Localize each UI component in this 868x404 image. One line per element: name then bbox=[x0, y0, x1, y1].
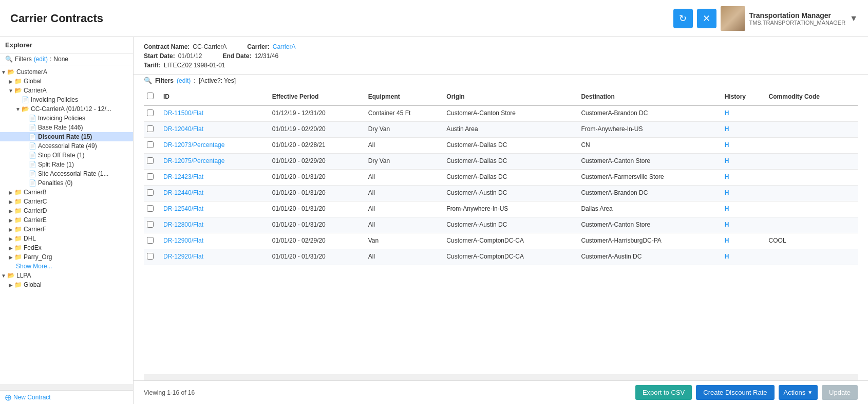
row-checkbox-7[interactable] bbox=[147, 221, 154, 228]
row-id-6[interactable]: DR-12540/Flat bbox=[160, 201, 269, 217]
row-checkbox-2[interactable] bbox=[147, 141, 154, 148]
history-link-7[interactable]: H bbox=[725, 221, 729, 228]
user-dropdown-arrow[interactable]: ▼ bbox=[850, 14, 858, 23]
carrier-value[interactable]: CarrierA bbox=[273, 43, 296, 50]
row-history-9[interactable]: H bbox=[722, 249, 766, 265]
sidebar-item-carrierA[interactable]: ▼📂CarrierA bbox=[0, 86, 133, 95]
sidebar-tree[interactable]: ▼📂CustomerA▶📁Global▼📂CarrierA📄Invoicing … bbox=[0, 65, 133, 384]
update-button[interactable]: Update bbox=[822, 385, 858, 400]
row-id-9[interactable]: DR-12920/Flat bbox=[160, 249, 269, 265]
sidebar-item-accessorial-rate[interactable]: 📄Accessorial Rate (49) bbox=[0, 141, 133, 151]
sidebar-item-penalties[interactable]: 📄Penalties (0) bbox=[0, 178, 133, 188]
row-history-3[interactable]: H bbox=[722, 154, 766, 170]
id-link-4[interactable]: DR-12423/Flat bbox=[163, 173, 203, 180]
row-history-0[interactable]: H bbox=[722, 105, 766, 122]
sidebar-item-fedex[interactable]: ▶📁FedEx bbox=[0, 243, 133, 252]
sidebar-item-cc-carrierA[interactable]: ▼📂CC-CarrierA (01/01/12 - 12/... bbox=[0, 104, 133, 114]
history-link-9[interactable]: H bbox=[725, 253, 729, 260]
row-id-2[interactable]: DR-12073/Percentage bbox=[160, 138, 269, 154]
new-contract-link[interactable]: ⨁ New Contract bbox=[5, 394, 128, 401]
row-checkbox-3[interactable] bbox=[147, 157, 154, 164]
row-history-1[interactable]: H bbox=[722, 122, 766, 138]
history-link-6[interactable]: H bbox=[725, 205, 729, 212]
tree-expander-dhl[interactable]: ▶ bbox=[7, 236, 14, 242]
sidebar-item-dhl[interactable]: ▶📁DHL bbox=[0, 234, 133, 243]
id-link-5[interactable]: DR-12440/Flat bbox=[163, 189, 203, 196]
sidebar-item-customerA[interactable]: ▼📂CustomerA bbox=[0, 67, 133, 77]
sidebar-item-llpa[interactable]: ▼📂LLPA bbox=[0, 271, 133, 280]
tree-expander-carrierE[interactable]: ▶ bbox=[7, 217, 14, 223]
actions-button[interactable]: Actions ▼ bbox=[779, 385, 818, 400]
row-history-2[interactable]: H bbox=[722, 138, 766, 154]
select-all-checkbox[interactable] bbox=[147, 93, 154, 99]
row-id-3[interactable]: DR-12075/Percentage bbox=[160, 154, 269, 170]
export-csv-button[interactable]: Export to CSV bbox=[635, 385, 692, 400]
tree-expander-llpa[interactable]: ▼ bbox=[0, 273, 7, 279]
tree-expander-carrierC[interactable]: ▶ bbox=[7, 199, 14, 205]
row-id-7[interactable]: DR-12800/Flat bbox=[160, 217, 269, 233]
id-link-3[interactable]: DR-12075/Percentage bbox=[163, 157, 224, 164]
row-checkbox-0[interactable] bbox=[147, 109, 154, 116]
tree-expander-global2[interactable]: ▶ bbox=[7, 282, 14, 288]
row-id-4[interactable]: DR-12423/Flat bbox=[160, 170, 269, 186]
tree-expander-carrierB[interactable]: ▶ bbox=[7, 190, 14, 195]
tree-expander-carrierF[interactable]: ▶ bbox=[7, 227, 14, 232]
history-link-1[interactable]: H bbox=[725, 125, 729, 133]
row-id-5[interactable]: DR-12440/Flat bbox=[160, 186, 269, 201]
sidebar-item-stop-off-rate[interactable]: 📄Stop Off Rate (1) bbox=[0, 151, 133, 160]
tree-expander-customerA[interactable]: ▼ bbox=[0, 69, 7, 75]
id-link-8[interactable]: DR-12900/Flat bbox=[163, 237, 203, 244]
row-checkbox-5[interactable] bbox=[147, 189, 154, 196]
sidebar-item-global1[interactable]: ▶📁Global bbox=[0, 77, 133, 86]
sidebar-item-invoicing1[interactable]: 📄Invoicing Policies bbox=[0, 95, 133, 104]
sidebar-item-carrierE[interactable]: ▶📁CarrierE bbox=[0, 215, 133, 225]
history-link-4[interactable]: H bbox=[725, 173, 729, 180]
sidebar-item-show-more[interactable]: Show More... bbox=[0, 262, 133, 271]
row-history-8[interactable]: H bbox=[722, 233, 766, 249]
history-link-2[interactable]: H bbox=[725, 141, 729, 149]
sidebar-item-discount-rate[interactable]: 📄Discount Rate (15) bbox=[0, 132, 133, 141]
row-history-6[interactable]: H bbox=[722, 201, 766, 217]
sidebar-filters-edit[interactable]: (edit) bbox=[34, 56, 48, 63]
tree-expander-global1[interactable]: ▶ bbox=[7, 79, 14, 84]
refresh-button[interactable]: ↻ bbox=[673, 9, 693, 28]
sidebar-item-base-rate[interactable]: 📄Base Rate (446) bbox=[0, 123, 133, 132]
sidebar-item-carrierB[interactable]: ▶📁CarrierB bbox=[0, 188, 133, 197]
history-link-3[interactable]: H bbox=[725, 157, 729, 164]
sidebar-item-carrierF[interactable]: ▶📁CarrierF bbox=[0, 225, 133, 234]
id-link-1[interactable]: DR-12040/Flat bbox=[163, 125, 203, 133]
sidebar-item-split-rate[interactable]: 📄Split Rate (1) bbox=[0, 160, 133, 169]
row-history-5[interactable]: H bbox=[722, 186, 766, 201]
id-link-2[interactable]: DR-12073/Percentage bbox=[163, 141, 224, 149]
sidebar-item-global2[interactable]: ▶📁Global bbox=[0, 280, 133, 289]
tree-expander-carrierA[interactable]: ▼ bbox=[7, 88, 14, 94]
table-scrollbar[interactable] bbox=[144, 374, 858, 380]
row-checkbox-4[interactable] bbox=[147, 173, 154, 180]
sidebar-hscroll[interactable] bbox=[0, 384, 133, 390]
id-link-0[interactable]: DR-11500/Flat bbox=[163, 109, 203, 117]
tree-expander-fedex[interactable]: ▶ bbox=[7, 245, 14, 251]
sidebar-item-site-accessorial[interactable]: 📄Site Accessorial Rate (1... bbox=[0, 169, 133, 178]
sidebar-item-carrierC[interactable]: ▶📁CarrierC bbox=[0, 197, 133, 206]
tree-expander-carrierD[interactable]: ▶ bbox=[7, 208, 14, 214]
table-container[interactable]: ID Effective Period Equipment Origin Des… bbox=[134, 88, 868, 374]
table-filters-edit[interactable]: (edit) bbox=[177, 77, 191, 84]
id-link-9[interactable]: DR-12920/Flat bbox=[163, 253, 203, 260]
create-discount-rate-button[interactable]: Create Discount Rate bbox=[696, 385, 774, 400]
sidebar-item-parry-org[interactable]: ▶📁Parry_Org bbox=[0, 252, 133, 262]
row-checkbox-1[interactable] bbox=[147, 125, 154, 132]
row-history-7[interactable]: H bbox=[722, 217, 766, 233]
row-id-0[interactable]: DR-11500/Flat bbox=[160, 105, 269, 122]
history-link-5[interactable]: H bbox=[725, 189, 729, 196]
history-link-8[interactable]: H bbox=[725, 237, 729, 244]
id-link-7[interactable]: DR-12800/Flat bbox=[163, 221, 203, 228]
tree-expander-cc-carrierA[interactable]: ▼ bbox=[14, 106, 22, 112]
row-checkbox-9[interactable] bbox=[147, 253, 154, 260]
row-checkbox-6[interactable] bbox=[147, 205, 154, 212]
row-id-1[interactable]: DR-12040/Flat bbox=[160, 122, 269, 138]
row-history-4[interactable]: H bbox=[722, 170, 766, 186]
sidebar-item-invoicing2[interactable]: 📄Invoicing Policies bbox=[0, 114, 133, 123]
row-id-8[interactable]: DR-12900/Flat bbox=[160, 233, 269, 249]
close-button[interactable]: ✕ bbox=[697, 9, 716, 28]
row-checkbox-8[interactable] bbox=[147, 237, 154, 244]
